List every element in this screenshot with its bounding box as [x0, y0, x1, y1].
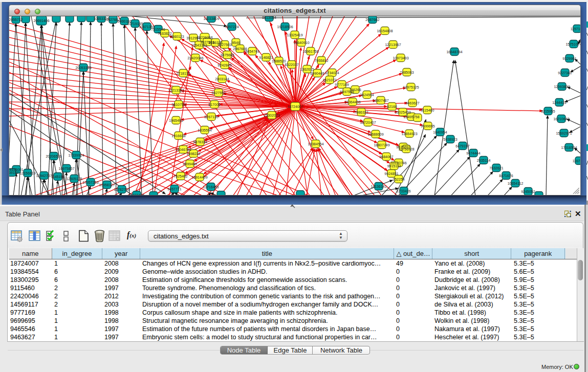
svg-text:10543382: 10543382 [191, 43, 207, 47]
svg-text:12213967: 12213967 [385, 43, 401, 47]
svg-text:8660123: 8660123 [170, 35, 184, 38]
svg-text:1588520: 1588520 [272, 59, 286, 63]
svg-text:17339924: 17339924 [68, 154, 84, 157]
svg-text:252254: 252254 [393, 178, 404, 181]
svg-text:1733426: 1733426 [397, 189, 410, 193]
svg-text:15495758: 15495758 [403, 115, 419, 119]
svg-text:9546: 9546 [232, 41, 240, 45]
svg-text:12505175: 12505175 [66, 177, 82, 181]
svg-text:19384554: 19384554 [308, 142, 323, 146]
svg-text:10975857: 10975857 [58, 167, 74, 170]
svg-text:7515546: 7515546 [151, 28, 165, 31]
svg-text:6479197: 6479197 [455, 144, 469, 148]
svg-text:5878334: 5878334 [193, 140, 207, 144]
svg-text:16640910: 16640910 [293, 41, 309, 45]
svg-text:7955812: 7955812 [314, 59, 328, 62]
svg-text:1916638: 1916638 [171, 134, 185, 138]
svg-text:6734024: 6734024 [325, 71, 339, 75]
svg-text:2803144: 2803144 [215, 77, 229, 81]
svg-text:23226058: 23226058 [197, 36, 212, 39]
svg-text:16154808: 16154808 [377, 29, 393, 33]
svg-text:6990448: 6990448 [310, 72, 324, 75]
svg-text:12975125: 12975125 [403, 85, 419, 89]
svg-text:17957253: 17957253 [82, 181, 98, 184]
svg-text:9242845: 9242845 [217, 63, 231, 67]
svg-text:9245052: 9245052 [521, 190, 535, 193]
svg-text:16961758: 16961758 [302, 50, 318, 53]
svg-text:9463627: 9463627 [405, 101, 419, 105]
svg-text:17016504: 17016504 [561, 146, 577, 149]
svg-text:9457771: 9457771 [167, 187, 181, 191]
svg-text:18807249: 18807249 [374, 143, 389, 147]
svg-text:14136141: 14136141 [371, 185, 386, 188]
svg-text:10654112: 10654112 [508, 182, 524, 185]
svg-text:10807487: 10807487 [373, 99, 388, 102]
svg-text:7485063: 7485063 [400, 71, 413, 74]
svg-text:9684067: 9684067 [379, 155, 393, 159]
svg-text:8471676: 8471676 [499, 174, 513, 178]
svg-text:15692971: 15692971 [556, 132, 572, 135]
svg-text:4099489: 4099489 [183, 162, 197, 166]
svg-text:16033809: 16033809 [203, 17, 219, 20]
svg-text:20053346: 20053346 [75, 66, 91, 70]
svg-text:62160: 62160 [387, 105, 397, 108]
svg-text:10973493: 10973493 [393, 56, 408, 60]
svg-text:13325419: 13325419 [287, 33, 302, 37]
svg-text:10958127: 10958127 [99, 183, 115, 187]
svg-text:13716485: 13716485 [203, 185, 219, 189]
svg-text:12093832: 12093832 [554, 85, 570, 89]
svg-text:1335594: 1335594 [198, 128, 211, 132]
svg-text:10025433: 10025433 [395, 111, 410, 114]
svg-text:3875685: 3875685 [220, 53, 234, 57]
svg-text:1157104: 1157104 [571, 27, 581, 31]
svg-text:20206576: 20206576 [46, 155, 61, 158]
svg-text:9610755: 9610755 [171, 103, 185, 106]
svg-text:2935114: 2935114 [477, 159, 491, 162]
svg-text:8267130: 8267130 [204, 115, 218, 119]
svg-text:9915112: 9915112 [387, 164, 401, 168]
svg-text:817006: 817006 [208, 103, 220, 106]
svg-text:1167534: 1167534 [573, 159, 581, 163]
svg-text:9146821: 9146821 [259, 56, 273, 59]
svg-text:9227342: 9227342 [558, 71, 572, 75]
svg-text:1145191: 1145191 [51, 175, 65, 179]
svg-text:16648784: 16648784 [446, 50, 462, 54]
svg-text:1965493: 1965493 [169, 119, 183, 122]
svg-text:10756928: 10756928 [398, 147, 414, 151]
svg-text:8322037: 8322037 [285, 63, 298, 67]
svg-text:9115460: 9115460 [421, 108, 434, 112]
svg-text:1621072: 1621072 [322, 78, 336, 82]
svg-text:8454749: 8454749 [245, 50, 259, 53]
svg-text:10688609: 10688609 [367, 133, 383, 136]
svg-text:1362615: 1362615 [300, 68, 314, 71]
svg-text:8813054: 8813054 [262, 16, 276, 19]
svg-text:9329961: 9329961 [562, 57, 576, 60]
svg-text:2718176: 2718176 [176, 72, 190, 75]
svg-text:2087662: 2087662 [365, 18, 379, 21]
svg-text:1640954: 1640954 [433, 130, 447, 134]
svg-text:16914409: 16914409 [191, 176, 207, 179]
svg-text:21364436: 21364436 [344, 100, 360, 104]
svg-text:16210643: 16210643 [553, 117, 569, 121]
svg-text:5938923: 5938923 [443, 138, 457, 141]
svg-text:22420046: 22420046 [187, 56, 203, 60]
svg-text:9474444: 9474444 [466, 151, 480, 155]
svg-text:18724007: 18724007 [287, 105, 303, 108]
svg-text:9924851: 9924851 [384, 172, 398, 176]
svg-text:20691406: 20691406 [33, 19, 49, 23]
svg-text:12156819: 12156819 [19, 171, 35, 175]
svg-text:9427552: 9427552 [211, 91, 225, 95]
svg-text:3624554: 3624554 [360, 93, 374, 97]
svg-text:6497568: 6497568 [340, 90, 354, 94]
svg-text:1244415: 1244415 [552, 101, 566, 104]
svg-text:7632621: 7632621 [489, 166, 503, 170]
svg-text:12213383: 12213383 [168, 89, 184, 92]
svg-text:9699695: 9699695 [421, 124, 434, 128]
svg-text:7625402: 7625402 [173, 174, 187, 178]
svg-text:13654923: 13654923 [401, 132, 417, 136]
svg-text:7986322: 7986322 [354, 111, 368, 114]
svg-text:2055712: 2055712 [9, 18, 23, 21]
svg-text:19218506: 19218506 [277, 25, 293, 29]
svg-text:1939157: 1939157 [9, 171, 19, 174]
svg-text:7857224: 7857224 [225, 25, 238, 29]
